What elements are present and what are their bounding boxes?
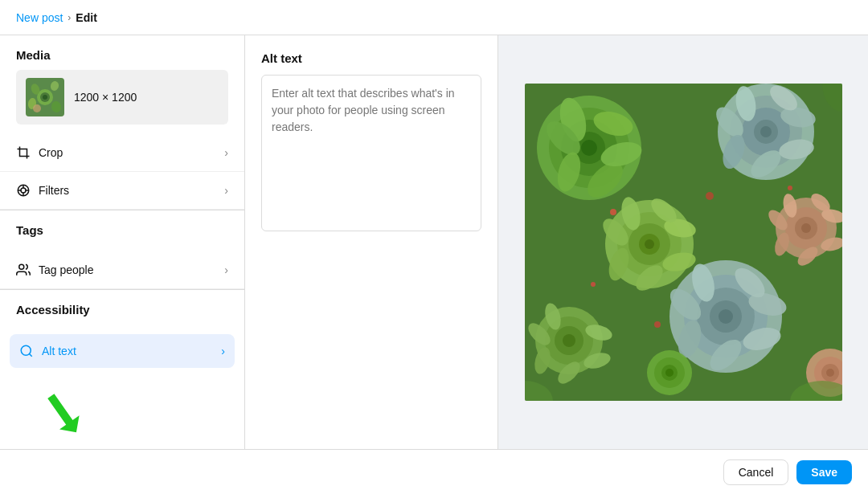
alt-text-label: Alt text <box>42 345 76 357</box>
alt-text-panel-title: Alt text <box>261 51 481 65</box>
alt-text-panel: Alt text <box>245 35 498 449</box>
svg-point-102 <box>591 282 596 287</box>
breadcrumb: New post › Edit <box>16 11 97 24</box>
media-thumbnail <box>26 78 64 116</box>
save-button[interactable]: Save <box>796 460 852 484</box>
svg-point-10 <box>21 188 26 193</box>
svg-marker-20 <box>41 390 86 434</box>
svg-point-93 <box>665 369 674 377</box>
tag-people-chevron: › <box>224 263 228 276</box>
svg-point-26 <box>581 140 597 156</box>
svg-point-49 <box>645 239 654 249</box>
svg-point-98 <box>610 209 616 215</box>
sidebar-item-crop[interactable]: Crop › <box>0 134 244 172</box>
sidebar-item-tag-people[interactable]: Tag people › <box>0 251 244 289</box>
sidebar-item-alt-text[interactable]: Alt text › <box>10 334 235 368</box>
alt-text-input[interactable] <box>261 75 481 231</box>
filters-label: Filters <box>39 184 69 197</box>
svg-point-8 <box>33 104 41 112</box>
preview-image <box>525 84 842 401</box>
footer: Cancel Save <box>0 449 868 494</box>
svg-point-61 <box>719 309 733 324</box>
succulents-svg <box>525 84 842 401</box>
svg-point-3 <box>43 95 47 100</box>
accessibility-section: Accessibility <box>0 290 244 331</box>
svg-point-100 <box>788 186 792 190</box>
accessibility-section-title: Accessibility <box>16 303 228 316</box>
crop-chevron: › <box>224 146 228 159</box>
svg-point-99 <box>706 192 714 200</box>
tag-people-label: Tag people <box>39 263 94 276</box>
sidebar: Media 1200 × 1200 <box>0 35 245 449</box>
tags-section-title: Tags <box>16 223 228 237</box>
filters-left: Filters <box>16 183 69 198</box>
alt-text-left: Alt text <box>19 344 76 358</box>
breadcrumb-separator: › <box>68 12 71 23</box>
svg-point-82 <box>801 223 811 233</box>
tag-people-icon <box>16 263 31 277</box>
crop-icon <box>16 145 31 160</box>
svg-line-17 <box>29 353 31 356</box>
main-layout: Media 1200 × 1200 <box>0 35 868 449</box>
tag-people-left: Tag people <box>16 263 94 277</box>
media-dimensions: 1200 × 1200 <box>74 91 137 104</box>
breadcrumb-new-post[interactable]: New post <box>16 11 63 24</box>
svg-point-15 <box>19 264 24 269</box>
filters-chevron: › <box>224 184 228 197</box>
breadcrumb-current: Edit <box>76 11 96 24</box>
svg-point-37 <box>760 126 772 137</box>
tags-section: Tags <box>0 210 244 251</box>
arrow-annotation <box>0 371 244 442</box>
header: New post › Edit <box>0 0 868 35</box>
media-section: Media 1200 × 1200 <box>0 35 244 134</box>
filter-icon <box>16 183 31 198</box>
media-item: 1200 × 1200 <box>16 70 228 125</box>
svg-point-16 <box>21 345 31 355</box>
green-arrow-icon <box>40 378 104 434</box>
crop-label: Crop <box>39 146 63 159</box>
media-section-title: Media <box>16 48 228 62</box>
image-preview-panel <box>498 35 868 449</box>
svg-point-101 <box>654 321 661 328</box>
cancel-button[interactable]: Cancel <box>723 459 789 485</box>
svg-point-97 <box>826 369 834 377</box>
alt-text-icon <box>19 344 34 358</box>
sidebar-item-filters[interactable]: Filters › <box>0 172 244 210</box>
alt-text-chevron: › <box>221 345 225 357</box>
crop-left: Crop <box>16 145 63 160</box>
svg-point-72 <box>563 334 575 347</box>
